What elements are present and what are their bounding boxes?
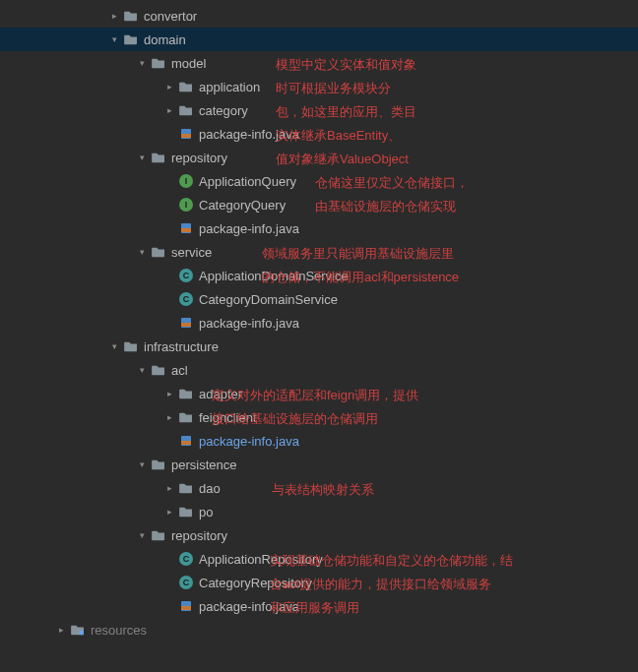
tree-node-label: repository (171, 151, 227, 165)
tree-node-label: dao (199, 481, 221, 496)
chevron-right-icon[interactable]: ▸ (161, 483, 177, 493)
svg-rect-10 (181, 443, 191, 445)
tree-node-po[interactable]: ▸po (0, 500, 638, 523)
tree-node-label: category (199, 103, 248, 118)
folder-icon (150, 529, 167, 541)
tree-node-categoryquery[interactable]: ▸ICategoryQuery (0, 193, 638, 216)
tree-node-package-info-java[interactable]: ▸package-info.java (0, 216, 638, 240)
chevron-down-icon[interactable]: ▾ (134, 459, 150, 469)
tree-node-label: po (199, 505, 213, 519)
svg-rect-4 (181, 230, 191, 232)
tree-node-feignclient[interactable]: ▸feignclient (0, 405, 638, 429)
chevron-down-icon[interactable]: ▾ (134, 530, 150, 540)
tree-node-label: application (199, 80, 260, 94)
svg-rect-8 (181, 323, 191, 325)
chevron-right-icon[interactable]: ▸ (161, 82, 177, 92)
class-icon: C (177, 292, 195, 306)
tree-node-label: CategoryDomainService (199, 292, 338, 307)
tree-node-convertor[interactable]: ▸convertor (0, 4, 638, 28)
tree-node-domain[interactable]: ▾domain (0, 28, 638, 51)
chevron-right-icon[interactable]: ▸ (161, 389, 177, 398)
tree-node-categoryrepository[interactable]: ▸CCategoryRepository (0, 571, 638, 594)
tree-node-applicationquery[interactable]: ▸IApplicationQuery (0, 169, 638, 193)
tree-node-package-info-java[interactable]: ▸package-info.java (0, 122, 638, 146)
resources-folder-icon (69, 624, 87, 636)
tree-node-infrastructure[interactable]: ▾infrastructure (0, 335, 638, 358)
chevron-right-icon[interactable]: ▸ (106, 11, 122, 21)
folder-icon (150, 246, 167, 258)
tree-node-model[interactable]: ▾model (0, 51, 638, 75)
java-file-icon (177, 434, 195, 448)
project-tree[interactable]: ▸convertor▾domain▾model▸application▸cate… (0, 0, 638, 641)
tree-node-label: package-info.java (199, 599, 299, 614)
tree-node-dao[interactable]: ▸dao (0, 476, 638, 500)
tree-node-label: CategoryQuery (199, 198, 286, 213)
chevron-right-icon[interactable]: ▸ (161, 507, 177, 517)
chevron-down-icon[interactable]: ▾ (134, 247, 150, 257)
chevron-down-icon[interactable]: ▾ (106, 34, 122, 44)
folder-icon (177, 482, 195, 494)
svg-rect-14 (181, 606, 191, 608)
tree-node-label: domain (144, 32, 186, 47)
tree-node-label: repository (171, 528, 227, 543)
svg-rect-15 (80, 631, 84, 635)
svg-rect-5 (181, 228, 191, 230)
folder-icon (150, 57, 167, 69)
tree-node-label: package-info.java (199, 127, 299, 142)
tree-node-label: CategoryRepository (199, 576, 312, 590)
tree-node-categorydomainservice[interactable]: ▸CCategoryDomainService (0, 287, 638, 311)
tree-node-service[interactable]: ▾service (0, 240, 638, 264)
interface-icon: I (177, 174, 195, 188)
folder-icon (177, 388, 195, 399)
tree-node-label: model (171, 56, 206, 71)
tree-node-label: feignclient (199, 410, 257, 425)
chevron-right-icon[interactable]: ▸ (161, 105, 177, 115)
class-icon: C (177, 269, 195, 282)
folder-icon (122, 10, 140, 22)
tree-node-label: acl (171, 363, 188, 378)
svg-rect-13 (181, 608, 191, 610)
tree-node-package-info-java[interactable]: ▸package-info.java (0, 429, 638, 453)
tree-node-label: package-info.java (199, 316, 299, 331)
interface-icon: I (177, 198, 195, 212)
tree-node-label: ApplicationQuery (199, 174, 296, 189)
java-file-icon (177, 316, 195, 330)
folder-icon (122, 340, 140, 352)
tree-node-acl[interactable]: ▾acl (0, 358, 638, 382)
tree-node-label: service (171, 245, 212, 260)
tree-node-application[interactable]: ▸application (0, 75, 638, 98)
tree-node-resources[interactable]: ▸resources (0, 618, 638, 641)
chevron-down-icon[interactable]: ▾ (134, 153, 150, 162)
tree-node-repository[interactable]: ▾repository (0, 523, 638, 547)
chevron-right-icon[interactable]: ▸ (53, 625, 69, 635)
tree-node-adapter[interactable]: ▸adapter (0, 382, 638, 405)
tree-node-label: infrastructure (144, 339, 219, 354)
tree-node-label: ApplicationRepository (199, 552, 323, 567)
folder-icon (177, 81, 195, 92)
tree-node-persistence[interactable]: ▾persistence (0, 453, 638, 476)
tree-node-package-info-java[interactable]: ▸package-info.java (0, 311, 638, 335)
svg-rect-7 (181, 325, 191, 327)
tree-node-applicationdomainservice[interactable]: ▸CApplicationDomainService (0, 264, 638, 287)
tree-node-label: convertor (144, 9, 197, 24)
class-icon: C (177, 552, 195, 566)
java-file-icon (177, 599, 195, 613)
chevron-down-icon[interactable]: ▾ (134, 58, 150, 68)
tree-node-applicationrepository[interactable]: ▸CApplicationRepository (0, 547, 638, 571)
class-icon: C (177, 576, 195, 589)
chevron-right-icon[interactable]: ▸ (161, 412, 177, 422)
tree-node-label: adapter (199, 387, 242, 401)
folder-icon (177, 411, 195, 423)
tree-node-label: package-info.java (199, 221, 299, 236)
java-file-icon (177, 127, 195, 141)
tree-node-repository[interactable]: ▾repository (0, 146, 638, 169)
chevron-down-icon[interactable]: ▾ (106, 341, 122, 351)
folder-icon (177, 506, 195, 518)
tree-node-label: package-info.java (199, 434, 299, 449)
chevron-down-icon[interactable]: ▾ (134, 365, 150, 375)
tree-node-category[interactable]: ▸category (0, 98, 638, 122)
java-file-icon (177, 221, 195, 235)
svg-rect-2 (181, 134, 191, 136)
tree-node-package-info-java[interactable]: ▸package-info.java (0, 594, 638, 618)
folder-icon (177, 104, 195, 116)
